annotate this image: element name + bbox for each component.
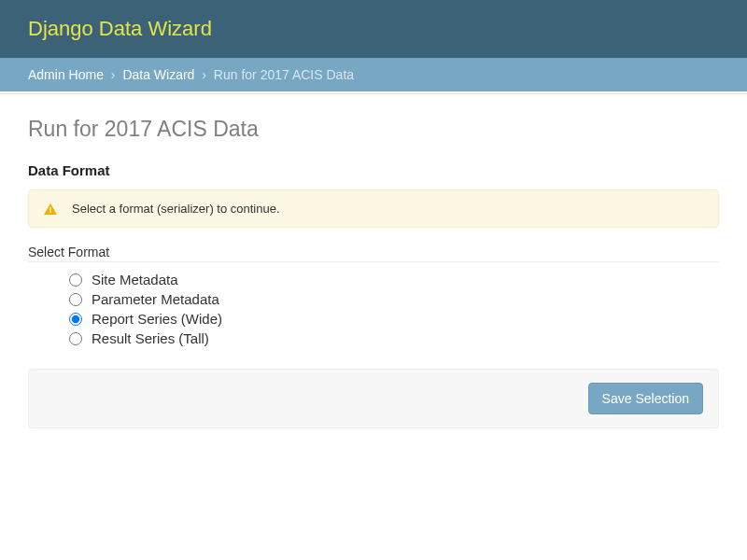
breadcrumb: Admin Home › Data Wizard › Run for 2017 … [0,58,747,91]
breadcrumb-current: Run for 2017 ACIS Data [214,67,354,82]
format-option-label: Report Series (Wide) [92,311,222,327]
format-radio-input[interactable] [69,313,82,326]
page-title: Run for 2017 ACIS Data [28,117,719,142]
format-radio-input[interactable] [69,273,82,287]
format-option-site-metadata[interactable]: Site Metadata [69,270,719,289]
breadcrumb-separator: › [202,67,206,82]
format-option-result-series-tall[interactable]: Result Series (Tall) [69,329,719,348]
format-option-label: Parameter Metadata [92,291,219,307]
brand-title: Django Data Wizard [28,17,212,40]
format-option-report-series-wide[interactable]: Report Series (Wide) [69,309,719,329]
format-option-parameter-metadata[interactable]: Parameter Metadata [69,289,719,309]
alert-text: Select a format (serializer) to continue… [72,202,280,216]
format-option-label: Result Series (Tall) [92,330,209,346]
button-bar: Save Selection [28,369,719,428]
format-field-label: Select Format [28,245,719,259]
breadcrumb-admin-home[interactable]: Admin Home [28,67,104,82]
format-radio-group: Site Metadata Parameter Metadata Report … [28,270,719,348]
section-title: Data Format [28,162,719,178]
breadcrumb-separator: › [111,67,116,82]
field-rule [28,261,719,262]
content: Run for 2017 ACIS Data Data Format Selec… [0,94,747,451]
format-option-label: Site Metadata [92,272,178,287]
format-radio-input[interactable] [69,332,82,345]
format-radio-input[interactable] [69,293,82,306]
breadcrumb-data-wizard[interactable]: Data Wizard [122,67,194,82]
alert-warning: Select a format (serializer) to continue… [28,189,719,228]
topbar: Django Data Wizard [0,0,747,58]
warning-triangle-icon [44,203,57,215]
save-selection-button[interactable]: Save Selection [588,383,703,414]
